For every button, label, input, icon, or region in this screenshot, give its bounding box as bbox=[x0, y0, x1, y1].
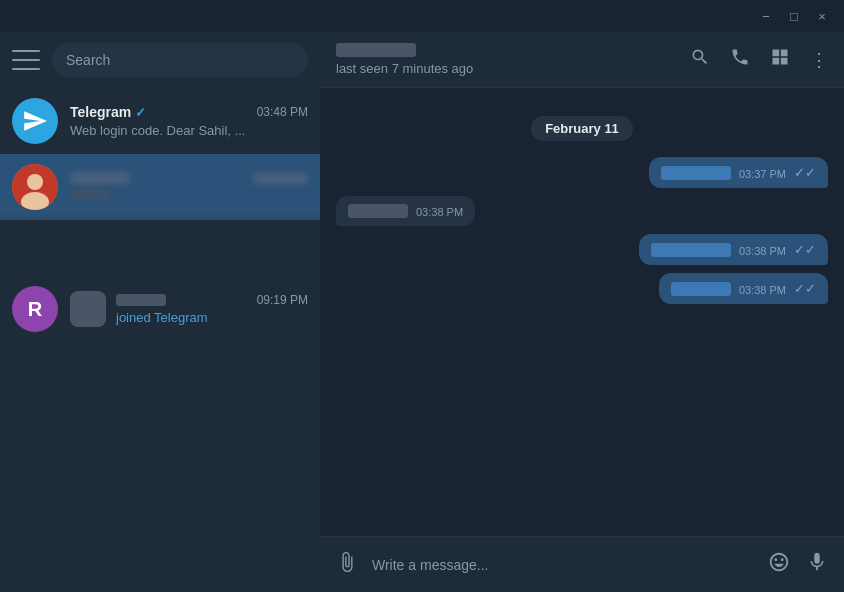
avatar-jasmine bbox=[12, 164, 58, 210]
tick-1: ✓✓ bbox=[794, 165, 816, 180]
input-right-icons bbox=[768, 551, 828, 578]
input-area bbox=[320, 536, 844, 592]
blurred-chat bbox=[0, 220, 320, 276]
mic-icon[interactable] bbox=[806, 551, 828, 578]
message-outgoing-3: 03:38 PM ✓✓ bbox=[336, 273, 828, 304]
chat-preview-r: joined Telegram bbox=[116, 310, 308, 325]
search-box[interactable] bbox=[52, 43, 308, 77]
bubble-outgoing-1: 03:37 PM ✓✓ bbox=[649, 157, 828, 188]
bubble-time-inc-1: 03:38 PM bbox=[416, 206, 463, 218]
message-incoming-1: 03:38 PM bbox=[336, 196, 828, 226]
tick-2: ✓✓ bbox=[794, 242, 816, 257]
bubble-content-3 bbox=[671, 282, 731, 296]
bubble-outgoing-2: 03:38 PM ✓✓ bbox=[639, 234, 828, 265]
avatar-gray-sq bbox=[70, 291, 106, 327]
chat-top-telegram: Telegram ✓ 03:48 PM bbox=[70, 104, 308, 120]
message-outgoing-2: 03:38 PM ✓✓ bbox=[336, 234, 828, 265]
bubble-time-3: 03:38 PM bbox=[739, 284, 786, 296]
chat-panel: last seen 7 minutes ago bbox=[320, 32, 844, 592]
chat-item-r[interactable]: R 09:19 PM joined Telegram bbox=[0, 276, 320, 342]
chat-header-actions: ⋮ bbox=[690, 47, 828, 72]
chat-item-jasmine[interactable] bbox=[0, 154, 320, 220]
bubble-content-1 bbox=[661, 166, 731, 180]
chat-item-telegram[interactable]: Telegram ✓ 03:48 PM Web login code. Dear… bbox=[0, 88, 320, 154]
chat-header-info: last seen 7 minutes ago bbox=[336, 43, 473, 76]
bubble-incoming-1: 03:38 PM bbox=[336, 196, 475, 226]
bubble-time-1: 03:37 PM bbox=[739, 168, 786, 180]
date-separator: February 11 bbox=[336, 116, 828, 141]
chat-time-jasmine bbox=[253, 173, 308, 184]
bubble-time-2: 03:38 PM bbox=[739, 245, 786, 257]
search-icon[interactable] bbox=[690, 47, 710, 72]
chat-header: last seen 7 minutes ago bbox=[320, 32, 844, 88]
tick-3: ✓✓ bbox=[794, 281, 816, 296]
svg-point-1 bbox=[27, 174, 43, 190]
maximize-button[interactable]: □ bbox=[780, 2, 808, 30]
menu-icon[interactable] bbox=[12, 50, 40, 70]
chat-name-telegram: Telegram ✓ bbox=[70, 104, 146, 120]
app-body: Telegram ✓ 03:48 PM Web login code. Dear… bbox=[0, 32, 844, 592]
chat-name-jasmine bbox=[70, 172, 130, 184]
chat-content-jasmine bbox=[70, 172, 308, 202]
search-input[interactable] bbox=[66, 52, 294, 68]
chat-top-r: 09:19 PM bbox=[116, 293, 308, 307]
chat-time-telegram: 03:48 PM bbox=[257, 105, 308, 119]
chat-content-telegram: Telegram ✓ 03:48 PM Web login code. Dear… bbox=[70, 104, 308, 138]
more-icon[interactable]: ⋮ bbox=[810, 49, 828, 71]
message-input[interactable] bbox=[372, 557, 754, 573]
chat-name-r bbox=[116, 294, 166, 306]
minimize-button[interactable]: − bbox=[752, 2, 780, 30]
titlebar: − □ × bbox=[0, 0, 844, 32]
messages-area: February 11 03:37 PM ✓✓ 03:38 PM bbox=[320, 88, 844, 536]
attach-icon[interactable] bbox=[336, 551, 358, 578]
layout-icon[interactable] bbox=[770, 47, 790, 72]
date-pill: February 11 bbox=[531, 116, 633, 141]
bubble-content-inc-1 bbox=[348, 204, 408, 218]
chat-preview-telegram: Web login code. Dear Sahil, ... bbox=[70, 123, 308, 138]
avatar-r: R bbox=[12, 286, 58, 332]
message-outgoing-1: 03:37 PM ✓✓ bbox=[336, 157, 828, 188]
avatar-telegram bbox=[12, 98, 58, 144]
chat-header-status: last seen 7 minutes ago bbox=[336, 61, 473, 76]
chat-content-r: 09:19 PM joined Telegram bbox=[116, 293, 308, 325]
verified-icon: ✓ bbox=[135, 105, 146, 120]
bubble-content-2 bbox=[651, 243, 731, 257]
emoji-icon[interactable] bbox=[768, 551, 790, 578]
chat-preview-jasmine bbox=[70, 187, 308, 202]
sidebar-header bbox=[0, 32, 320, 88]
chat-header-name bbox=[336, 43, 416, 57]
phone-icon[interactable] bbox=[730, 47, 750, 72]
chat-time-r: 09:19 PM bbox=[257, 293, 308, 307]
bubble-outgoing-3: 03:38 PM ✓✓ bbox=[659, 273, 828, 304]
sidebar: Telegram ✓ 03:48 PM Web login code. Dear… bbox=[0, 32, 320, 592]
chat-list: Telegram ✓ 03:48 PM Web login code. Dear… bbox=[0, 88, 320, 592]
chat-top-jasmine bbox=[70, 172, 308, 184]
close-button[interactable]: × bbox=[808, 2, 836, 30]
